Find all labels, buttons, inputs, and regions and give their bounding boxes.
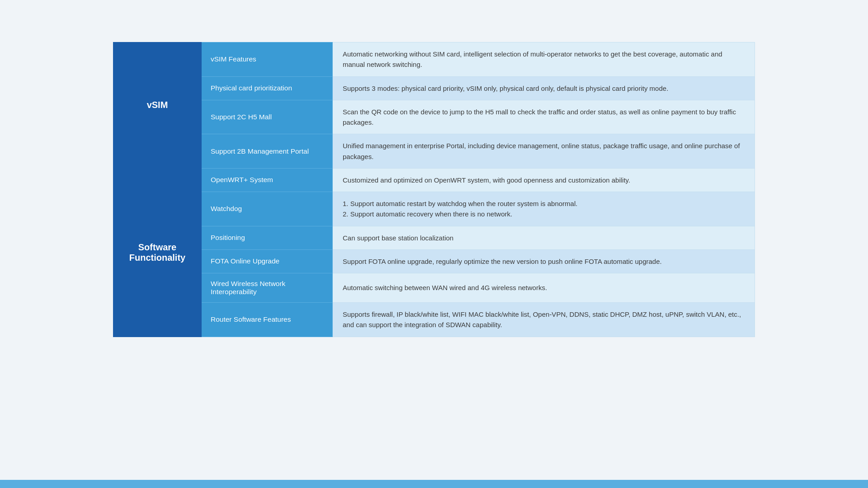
table-row: Watchdog1. Support automatic restart by … (113, 192, 755, 226)
feature-cell: Watchdog (202, 192, 333, 226)
feature-cell: Support 2B Management Portal (202, 134, 333, 169)
category-cell-software-functionality: Software Functionality (113, 168, 202, 337)
feature-cell: Positioning (202, 226, 333, 249)
table-row: FOTA Online UpgradeSupport FOTA online u… (113, 249, 755, 273)
description-cell: Supports 3 modes: physical card priority… (333, 76, 755, 100)
description-cell: Supports firewall, IP black/white list, … (333, 303, 755, 337)
table-row: Physical card prioritizationSupports 3 m… (113, 76, 755, 100)
description-cell: Support FOTA online upgrade, regularly o… (333, 249, 755, 273)
description-cell: Customized and optimized on OpenWRT syst… (333, 168, 755, 192)
table-row: Router Software FeaturesSupports firewal… (113, 303, 755, 337)
description-cell: Unified management in enterprise Portal,… (333, 134, 755, 169)
feature-cell: Support 2C H5 Mall (202, 100, 333, 134)
description-cell: 1. Support automatic restart by watchdog… (333, 192, 755, 226)
features-table: vSIMvSIM FeaturesAutomatic networking wi… (113, 42, 755, 337)
category-cell-vsim: vSIM (113, 42, 202, 169)
table-row: Support 2C H5 MallScan the QR code on th… (113, 100, 755, 134)
table-row: Support 2B Management PortalUnified mana… (113, 134, 755, 169)
feature-cell: Router Software Features (202, 303, 333, 337)
table-row: vSIMvSIM FeaturesAutomatic networking wi… (113, 42, 755, 77)
feature-cell: vSIM Features (202, 42, 333, 77)
description-cell: Automatic switching between WAN wired an… (333, 273, 755, 303)
page-wrapper: vSIMvSIM FeaturesAutomatic networking wi… (0, 0, 868, 488)
description-cell: Automatic networking without SIM card, i… (333, 42, 755, 77)
feature-cell: Physical card prioritization (202, 76, 333, 100)
table-row: PositioningCan support base station loca… (113, 226, 755, 249)
feature-cell: Wired Wireless Network Interoperability (202, 273, 333, 303)
description-cell: Scan the QR code on the device to jump t… (333, 100, 755, 134)
table-row: Wired Wireless Network InteroperabilityA… (113, 273, 755, 303)
table-row: Software FunctionalityOpenWRT+ SystemCus… (113, 168, 755, 192)
feature-cell: OpenWRT+ System (202, 168, 333, 192)
description-cell: Can support base station localization (333, 226, 755, 249)
feature-cell: FOTA Online Upgrade (202, 249, 333, 273)
bottom-bar (0, 480, 868, 488)
table-container: vSIMvSIM FeaturesAutomatic networking wi… (113, 42, 755, 337)
